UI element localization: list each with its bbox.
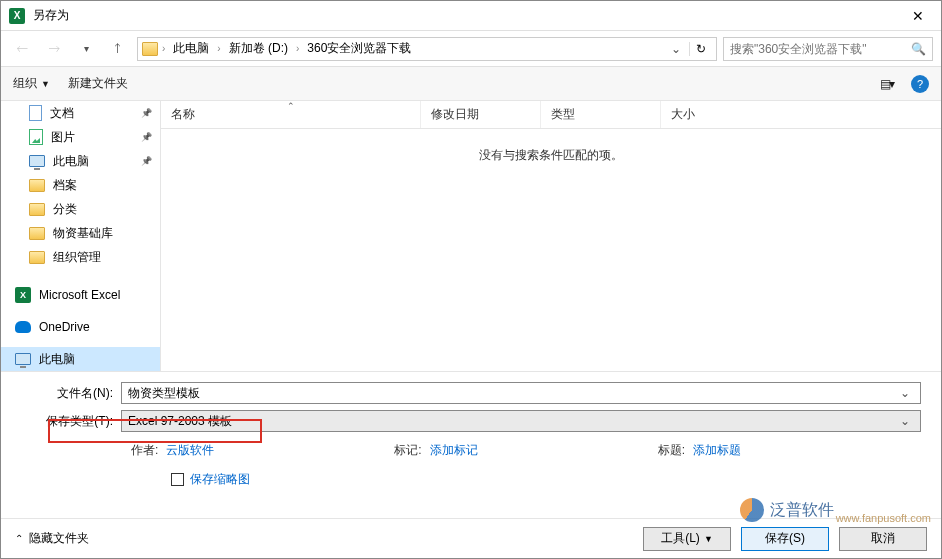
view-icon: ▤▾ — [880, 77, 893, 91]
new-folder-label: 新建文件夹 — [68, 75, 128, 92]
pc-icon — [29, 155, 45, 167]
breadcrumb-root[interactable]: 此电脑 — [169, 40, 213, 57]
new-folder-button[interactable]: 新建文件夹 — [68, 75, 128, 92]
breadcrumb-path[interactable]: › 此电脑 › 新加卷 (D:) › 360安全浏览器下载 ⌄ ↻ — [137, 37, 717, 61]
metadata-row: 作者: 云版软件 标记: 添加标记 标题: 添加标题 — [21, 438, 921, 467]
sidebar-item-2[interactable]: 此电脑📌 — [1, 149, 160, 173]
tools-button[interactable]: 工具(L) ▼ — [643, 527, 731, 551]
hide-folders-label: 隐藏文件夹 — [29, 530, 89, 547]
window-title: 另存为 — [33, 7, 903, 24]
nav-forward-button[interactable]: 🡒 — [41, 36, 67, 62]
filetype-label: 保存类型(T): — [21, 413, 121, 430]
sidebar-item-7[interactable]: XMicrosoft Excel — [1, 283, 160, 307]
save-form: 文件名(N): ⌄ 保存类型(T): Excel 97-2003 模板 ⌄ 作者… — [1, 371, 941, 498]
doc-icon — [29, 105, 42, 121]
chevron-down-icon[interactable]: ⌄ — [896, 414, 914, 428]
sidebar-item-9[interactable]: 此电脑 — [1, 347, 160, 371]
nav-up-button[interactable]: 🡑 — [105, 36, 131, 62]
excel-app-icon: X — [9, 8, 25, 24]
navbar: 🡐 🡒 ▾ 🡑 › 此电脑 › 新加卷 (D:) › 360安全浏览器下载 ⌄ … — [1, 31, 941, 67]
sidebar-item-8[interactable]: OneDrive — [1, 315, 160, 339]
titlebar: X 另存为 ✕ — [1, 1, 941, 31]
filetype-value: Excel 97-2003 模板 — [128, 413, 896, 430]
save-button[interactable]: 保存(S) — [741, 527, 829, 551]
pic-icon — [29, 129, 43, 145]
organize-label: 组织 — [13, 75, 37, 92]
search-input[interactable] — [730, 42, 911, 56]
save-thumbnail-checkbox[interactable] — [171, 473, 184, 486]
cancel-button[interactable]: 取消 — [839, 527, 927, 551]
search-icon[interactable]: 🔍 — [911, 42, 926, 56]
filename-input[interactable] — [128, 386, 896, 400]
sidebar-item-3[interactable]: 档案 — [1, 173, 160, 197]
search-box[interactable]: 🔍 — [723, 37, 933, 61]
close-button[interactable]: ✕ — [903, 8, 933, 24]
nav-recent-dropdown[interactable]: ▾ — [73, 36, 99, 62]
chevron-down-icon: ⌃ — [15, 533, 23, 544]
save-label: 保存(S) — [765, 530, 805, 547]
breadcrumb-folder[interactable]: 360安全浏览器下载 — [303, 40, 415, 57]
file-list: 名称 ⌃ 修改日期 类型 大小 没有与搜索条件匹配的项。 — [161, 101, 941, 371]
title-label: 标题: — [658, 442, 685, 459]
sidebar-item-label: 此电脑 — [39, 351, 75, 368]
sidebar-item-0[interactable]: 文档📌 — [1, 101, 160, 125]
sidebar-item-label: 图片 — [51, 129, 75, 146]
col-name[interactable]: 名称 ⌃ — [161, 101, 421, 128]
folder-icon — [29, 203, 45, 216]
toolbar: 组织 ▼ 新建文件夹 ▤▾ ? — [1, 67, 941, 101]
save-thumbnail-label: 保存缩略图 — [190, 471, 250, 488]
filename-row: 文件名(N): ⌄ — [21, 382, 921, 404]
sidebar-item-label: 文档 — [50, 105, 74, 122]
folder-icon — [29, 179, 45, 192]
sidebar-item-label: 档案 — [53, 177, 77, 194]
folder-icon — [29, 251, 45, 264]
view-options-button[interactable]: ▤▾ — [880, 77, 893, 91]
pin-icon: 📌 — [141, 132, 152, 142]
col-size[interactable]: 大小 — [661, 101, 761, 128]
sidebar: 文档📌图片📌此电脑📌档案分类物资基础库组织管理XMicrosoft ExcelO… — [1, 101, 161, 371]
filetype-row: 保存类型(T): Excel 97-2003 模板 ⌄ — [21, 410, 921, 432]
sidebar-item-1[interactable]: 图片📌 — [1, 125, 160, 149]
list-header: 名称 ⌃ 修改日期 类型 大小 — [161, 101, 941, 129]
sidebar-item-4[interactable]: 分类 — [1, 197, 160, 221]
filename-field[interactable]: ⌄ — [121, 382, 921, 404]
sidebar-item-6[interactable]: 组织管理 — [1, 245, 160, 269]
filetype-field[interactable]: Excel 97-2003 模板 ⌄ — [121, 410, 921, 432]
body-area: 文档📌图片📌此电脑📌档案分类物资基础库组织管理XMicrosoft ExcelO… — [1, 101, 941, 371]
sidebar-item-label: Microsoft Excel — [39, 288, 120, 302]
col-date[interactable]: 修改日期 — [421, 101, 541, 128]
sidebar-item-label: 组织管理 — [53, 249, 101, 266]
empty-message: 没有与搜索条件匹配的项。 — [161, 129, 941, 371]
refresh-button[interactable]: ↻ — [689, 42, 712, 56]
chevron-right-icon: › — [162, 43, 165, 54]
breadcrumb-dropdown[interactable]: ⌄ — [667, 42, 685, 56]
help-button[interactable]: ? — [911, 75, 929, 93]
tag-label: 标记: — [394, 442, 421, 459]
chevron-down-icon: ▼ — [704, 534, 713, 544]
col-name-label: 名称 — [171, 106, 195, 123]
chevron-down-icon[interactable]: ⌄ — [896, 386, 914, 400]
breadcrumb-drive[interactable]: 新加卷 (D:) — [225, 40, 292, 57]
col-type[interactable]: 类型 — [541, 101, 661, 128]
sidebar-item-label: OneDrive — [39, 320, 90, 334]
title-meta: 标题: 添加标题 — [658, 442, 741, 459]
filename-label: 文件名(N): — [21, 385, 121, 402]
hide-folders-toggle[interactable]: ⌃ 隐藏文件夹 — [15, 530, 89, 547]
author-label: 作者: — [131, 442, 158, 459]
folder-icon — [142, 42, 158, 56]
organize-menu[interactable]: 组织 ▼ — [13, 75, 50, 92]
sidebar-item-5[interactable]: 物资基础库 — [1, 221, 160, 245]
nav-back-button[interactable]: 🡐 — [9, 36, 35, 62]
author-value[interactable]: 云版软件 — [166, 442, 214, 459]
excel-icon: X — [15, 287, 31, 303]
folder-icon — [29, 227, 45, 240]
title-value[interactable]: 添加标题 — [693, 442, 741, 459]
footer: ⌃ 隐藏文件夹 工具(L) ▼ 保存(S) 取消 — [1, 518, 941, 558]
pc-icon — [15, 353, 31, 365]
sidebar-item-label: 分类 — [53, 201, 77, 218]
sort-indicator-icon: ⌃ — [287, 101, 295, 111]
tag-value[interactable]: 添加标记 — [430, 442, 478, 459]
pin-icon: 📌 — [141, 108, 152, 118]
onedrive-icon — [15, 321, 31, 333]
author-meta: 作者: 云版软件 — [131, 442, 214, 459]
